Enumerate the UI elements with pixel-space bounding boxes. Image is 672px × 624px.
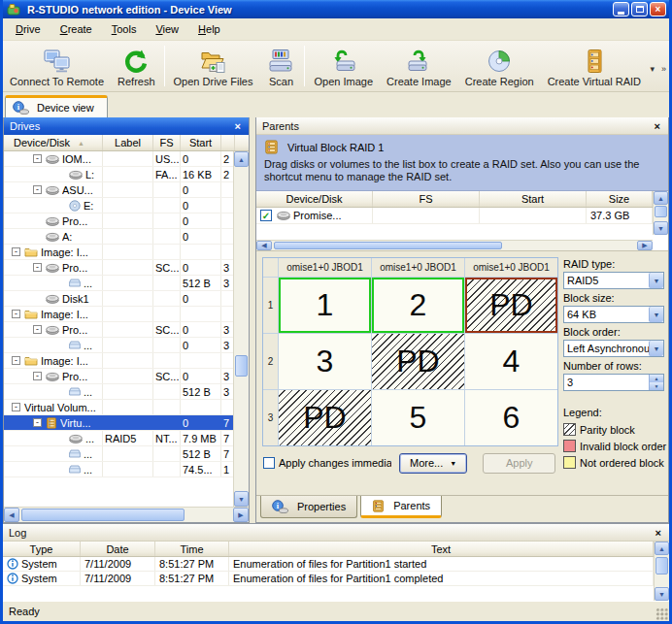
raid-block[interactable]: 4 [465,334,557,389]
rows-count-stepper[interactable]: 3 ▲ ▼ [563,374,664,391]
tree-row[interactable]: -Pro...SC...03 [4,369,233,384]
scroll-down-icon[interactable]: ▼ [234,491,249,507]
block-order-select[interactable]: Left Asynchronous ▼ [563,340,664,357]
column-header-fs[interactable]: FS [153,135,181,150]
toolbar-button-scan[interactable]: Scan [259,41,302,91]
tree-expander[interactable]: - [12,310,20,318]
tree-row[interactable]: ...RAID5NT...7.9 MB7 [4,431,233,446]
scroll-track[interactable] [272,241,637,250]
drives-column-header[interactable]: Device/Disk▲LabelFSStart [4,135,249,151]
raid-block[interactable]: 6 [465,390,557,445]
tree-row[interactable]: A:0 [4,229,233,245]
tree-row[interactable]: E:0 [4,198,233,213]
chevron-down-icon[interactable]: ▼ [649,341,663,356]
spin-up-icon[interactable]: ▲ [649,375,663,382]
tree-row[interactable]: -Image: I... [4,307,233,322]
raid-type-select[interactable]: RAID5 ▼ [563,272,664,289]
menu-item-create[interactable]: Create [50,20,102,38]
raid-block[interactable]: PD [279,390,371,445]
drives-vertical-scrollbar[interactable]: ▲ ▼ [233,151,249,507]
raid-block[interactable]: 3 [279,334,371,389]
tree-row[interactable]: Pro...0 [4,213,233,229]
row-checkbox[interactable]: ✓ [260,210,272,221]
menu-item-help[interactable]: Help [188,20,230,38]
scroll-left-icon[interactable]: ◀ [4,508,19,522]
tree-expander[interactable]: - [12,356,20,365]
parents-close-icon[interactable]: × [652,120,663,132]
scroll-up-icon[interactable]: ▲ [655,542,669,555]
log-row[interactable]: System7/11/20098:51:27 PMEnumeration of … [3,572,654,586]
scroll-left-icon[interactable]: ◀ [256,241,272,250]
tree-expander[interactable]: - [33,372,42,380]
log-row[interactable]: System7/11/20098:51:27 PMEnumeration of … [3,557,654,572]
drives-close-icon[interactable]: × [232,120,244,132]
drives-horizontal-scrollbar[interactable]: ◀ ▶ [4,507,249,522]
column-header-devicedisk[interactable]: Device/Disk▲ [4,135,103,150]
toolbar-button-open-drive-files[interactable]: Open Drive Files [167,41,260,91]
log-column-header[interactable]: TypeDateTimeText [3,542,654,557]
tree-row[interactable]: -Virtual Volum... [4,400,233,415]
column-header-start[interactable]: Start [480,191,587,207]
toolbar-button-create-virtual-raid[interactable]: Create Virtual RAID [541,41,648,91]
scroll-track[interactable] [234,167,249,491]
column-header-type[interactable]: Type [3,542,81,556]
scroll-right-icon[interactable]: ▶ [233,508,249,522]
column-header-time[interactable]: Time [155,542,229,556]
tree-row[interactable]: ...512 B3 [4,276,233,291]
column-header-devicedisk[interactable]: Device/Disk [256,191,373,207]
parents-horizontal-scrollbar[interactable]: ◀ ▶ [256,240,653,250]
apply-changes-checkbox[interactable] [263,457,275,469]
tree-row[interactable]: Disk10 [4,291,233,307]
tree-expander[interactable]: - [33,185,42,194]
tab-device-view[interactable]: i Device view [5,95,108,117]
chevron-down-icon[interactable]: ▼ [649,307,663,322]
parents-vertical-scrollbar[interactable]: ▲ ▼ [653,191,668,235]
raid-block[interactable]: 5 [372,390,464,445]
tree-row[interactable]: -Pro...SC...03 [4,260,233,276]
toolbar-dropdown-icon[interactable]: ▾ [650,64,655,74]
title-bar[interactable]: R-STUDIO network edition - Device View × [3,0,669,18]
raid-block[interactable]: 1 [279,278,371,333]
tree-row[interactable]: -Image: I... [4,245,233,260]
log-close-icon[interactable]: × [653,527,664,539]
scroll-thumb[interactable] [235,355,248,377]
column-header-date[interactable]: Date [81,542,155,556]
raid-block[interactable]: PD [372,334,464,389]
maximize-button[interactable] [631,2,648,16]
tree-row[interactable]: ...512 B7 [4,446,233,462]
tree-expander[interactable]: - [33,154,42,163]
menu-item-view[interactable]: View [146,20,188,38]
toolbar-button-connect-to-remote[interactable]: Connect To Remote [3,41,111,91]
scroll-track[interactable] [655,555,669,587]
toolbar-button-create-region[interactable]: Create Region [458,41,541,91]
tab-parents[interactable]: Parents [360,496,442,518]
close-button[interactable]: × [650,2,666,16]
tree-row[interactable]: ...74.5...1 [4,462,233,477]
minimize-button[interactable] [613,2,629,16]
column-header-start[interactable]: Start [181,135,221,150]
toolbar-button-create-image[interactable]: Create Image [380,41,458,91]
apply-button[interactable]: Apply [483,453,555,474]
raid-block[interactable]: 2 [372,278,464,333]
spin-down-icon[interactable]: ▼ [649,382,663,390]
toolbar-button-refresh[interactable]: Refresh [111,41,162,91]
toolbar-overflow-icon[interactable]: » [661,64,666,74]
column-header-extra[interactable] [221,135,235,150]
raid-block[interactable]: PD [465,278,557,333]
tree-row[interactable]: -Virtu...07 [4,415,233,431]
scroll-up-icon[interactable]: ▲ [234,151,249,167]
tree-row[interactable]: -Image: I... [4,353,233,369]
toolbar-button-open-image[interactable]: Open Image [307,41,380,91]
tree-row[interactable]: -Pro...SC...03 [4,322,233,338]
block-size-select[interactable]: 64 KB ▼ [563,306,664,323]
log-vertical-scrollbar[interactable]: ▲ ▼ [654,542,669,601]
column-header-text[interactable]: Text [229,542,654,556]
tree-expander[interactable]: - [12,403,20,411]
tree-expander[interactable]: - [33,263,42,272]
scroll-down-icon[interactable]: ▼ [654,221,668,235]
tree-row[interactable]: ...512 B3 [4,384,233,400]
more-button[interactable]: More... ▼ [399,453,468,474]
scroll-track[interactable] [19,508,233,522]
tree-row[interactable]: L:FA...16 KB2 [4,167,233,182]
tree-expander[interactable]: - [33,418,42,427]
